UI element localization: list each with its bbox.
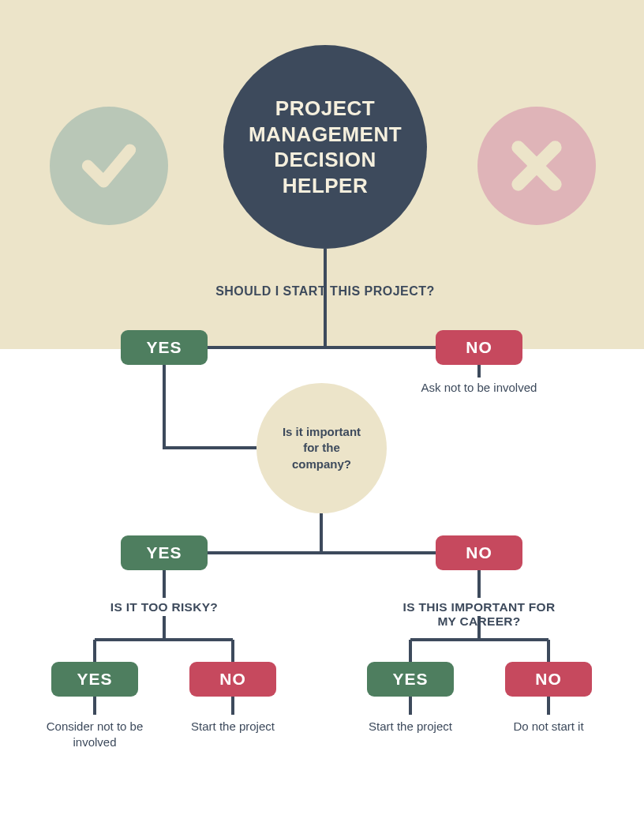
q1-no-outcome: Ask not to be involved xyxy=(420,380,538,396)
cross-icon xyxy=(477,107,596,225)
q3-right-yes: YES xyxy=(367,662,454,697)
q2-no-pill: NO xyxy=(436,535,522,570)
check-icon xyxy=(50,107,168,225)
q3-right-no-outcome: Do not start it xyxy=(493,719,604,734)
q2-yes-pill: YES xyxy=(121,535,208,570)
q3-left-yes: YES xyxy=(51,662,138,697)
q1-yes-pill: YES xyxy=(121,330,208,365)
q3-left: IS IT TOO RISKY? xyxy=(110,600,218,614)
title-circle: PROJECT MANAGEMENT DECISION HELPER xyxy=(223,45,427,249)
q2-text: Is it important for the company? xyxy=(274,424,369,472)
q3-right-yes-outcome: Start the project xyxy=(355,719,466,734)
q3-right: IS THIS IMPORTANT FOR MY CAREER? xyxy=(397,600,562,629)
title-text: PROJECT MANAGEMENT DECISION HELPER xyxy=(239,96,411,198)
q3-left-no-outcome: Start the project xyxy=(178,719,288,734)
q3-right-no: NO xyxy=(505,662,592,697)
q3-left-yes-outcome: Consider not to be involved xyxy=(39,719,150,749)
question-start: SHOULD I START THIS PROJECT? xyxy=(215,284,435,299)
q2-circle: Is it important for the company? xyxy=(256,383,387,513)
q3-left-no: NO xyxy=(189,662,276,697)
q1-no-pill: NO xyxy=(436,330,522,365)
